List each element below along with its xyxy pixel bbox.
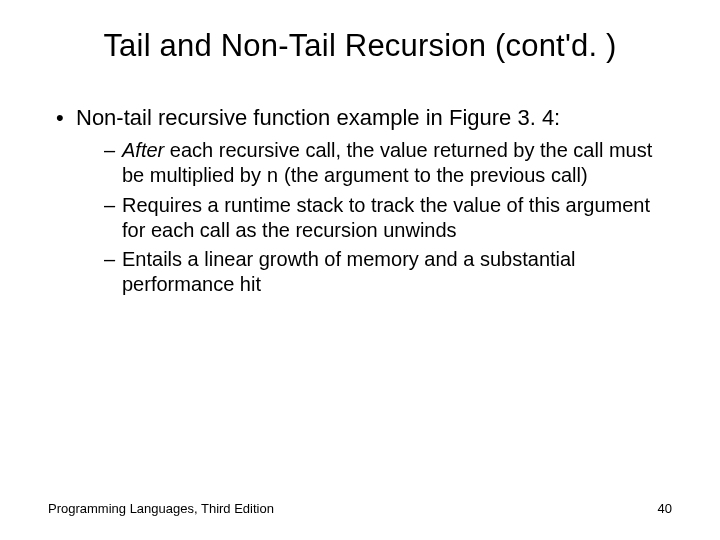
sub3-text: Entails a linear growth of memory and a … [122, 248, 576, 295]
bullet-list: Non-tail recursive function example in F… [42, 104, 678, 297]
footer-left: Programming Languages, Third Edition [48, 501, 274, 516]
sub-list: After each recursive call, the value ret… [76, 138, 678, 297]
sub1-tail: (the argument to the previous call) [279, 164, 588, 186]
sub1-prefix: After [122, 139, 164, 161]
page-number: 40 [658, 501, 672, 516]
bullet-item: Non-tail recursive function example in F… [52, 104, 678, 297]
sub-item: After each recursive call, the value ret… [104, 138, 678, 189]
sub2-text: Requires a runtime stack to track the va… [122, 194, 650, 241]
slide: Tail and Non-Tail Recursion (cont'd. ) N… [0, 0, 720, 540]
slide-title: Tail and Non-Tail Recursion (cont'd. ) [42, 28, 678, 64]
sub-item: Requires a runtime stack to track the va… [104, 193, 678, 243]
sub1-mono: n [267, 165, 279, 188]
bullet-text: Non-tail recursive function example in F… [76, 105, 560, 130]
sub-item: Entails a linear growth of memory and a … [104, 247, 678, 297]
